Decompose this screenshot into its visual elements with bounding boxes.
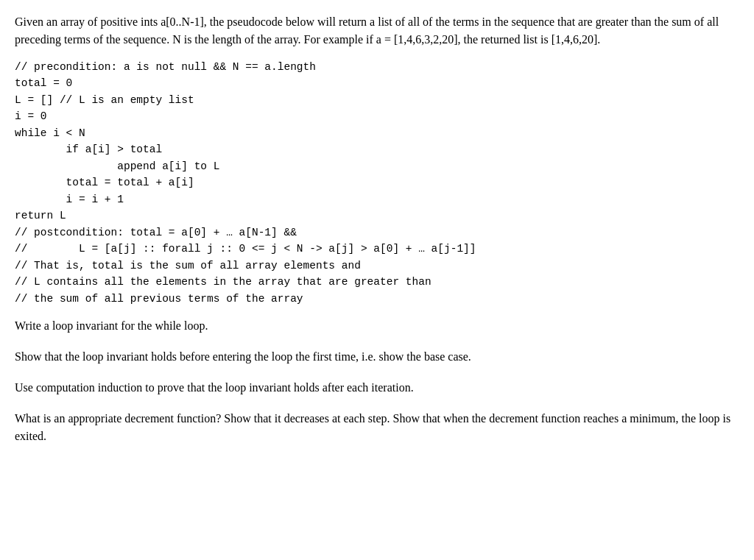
question-2: Show that the loop invariant holds befor…: [15, 348, 739, 366]
intro-paragraph: Given an array of positive ints a[0..N-1…: [15, 13, 739, 49]
question-1: Write a loop invariant for the while loo…: [15, 317, 739, 335]
question-4: What is an appropriate decrement functio…: [15, 410, 739, 445]
question-3: Use computation induction to prove that …: [15, 379, 739, 397]
pseudocode-block: // precondition: a is not null && N == a…: [15, 59, 739, 307]
